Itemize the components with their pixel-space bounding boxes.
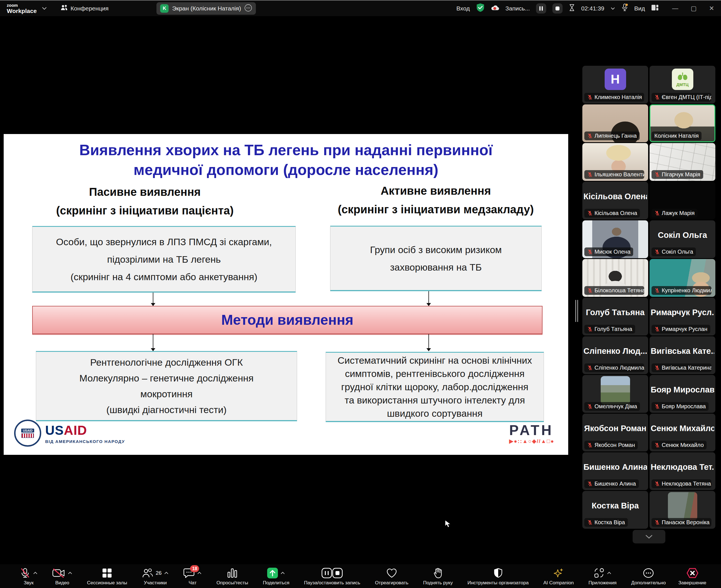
participant-name-label: Сокіл Ольга xyxy=(652,248,696,256)
toolbar-end-button[interactable]: Завершение xyxy=(678,567,706,585)
muted-mic-icon xyxy=(587,520,593,525)
participant-tile[interactable]: Мисюк Олена xyxy=(582,220,648,258)
participant-name-label: Бояр Мирослава xyxy=(652,402,708,411)
recording-label: Запись... xyxy=(505,5,530,12)
toolbar-video-button[interactable]: Видео xyxy=(52,567,72,585)
participant-tile[interactable]: Бояр МирославаБояр Мирослава xyxy=(649,375,715,413)
toolbar-react-button[interactable]: Отреагировать xyxy=(375,567,409,585)
login-button[interactable]: Вход xyxy=(456,5,470,12)
security-shield-icon[interactable] xyxy=(476,3,485,14)
participant-tile[interactable]: Лажук Марія xyxy=(649,182,715,219)
toolbar-breakout-button[interactable]: Сессионные залы xyxy=(87,567,127,585)
muted-mic-icon xyxy=(654,172,660,177)
toolbar-label: Приложения xyxy=(588,581,617,585)
chevron-down-icon[interactable] xyxy=(42,7,47,10)
chevron-up-icon[interactable] xyxy=(68,572,72,574)
participant-tile[interactable]: Римарчук Русл...Римарчук Руслан xyxy=(649,298,715,335)
muted-mic-icon xyxy=(587,94,593,100)
gallery-scroll-down-button[interactable] xyxy=(633,530,665,543)
muted-mic-icon xyxy=(654,327,660,332)
participant-tile[interactable]: Пігарчук Марія xyxy=(649,143,715,181)
chevron-up-icon[interactable] xyxy=(607,572,612,574)
participant-tile[interactable]: HКлименко Наталія xyxy=(582,66,648,104)
chevron-up-icon[interactable] xyxy=(33,572,38,574)
toolbar-more-button[interactable]: Дополнительно xyxy=(631,567,666,585)
toolbar-raise-button[interactable]: Поднять руку xyxy=(423,567,453,585)
toolbar-polls-button[interactable]: Опросы/тесты xyxy=(216,567,248,585)
chevron-up-icon[interactable] xyxy=(164,572,168,574)
participant-tile[interactable]: Сенюк МихайлоСенюк Михайло xyxy=(649,414,715,451)
participant-tile[interactable]: Колісник Наталія xyxy=(649,104,715,142)
methods-banner: Методи виявлення xyxy=(32,306,542,334)
muted-mic-icon xyxy=(587,327,593,332)
toolbar-audio-button[interactable]: Звук xyxy=(20,567,38,585)
view-button[interactable]: Вид xyxy=(634,5,645,12)
muted-mic-icon xyxy=(587,133,593,139)
participant-tile[interactable]: Панасюк Вероніка xyxy=(649,491,715,529)
shared-screen-slide: Виявлення хворих на ТБ легень при наданн… xyxy=(4,134,568,455)
participant-name-label: Костка Віра xyxy=(584,518,628,527)
participant-big-name: Римарчук Русл... xyxy=(651,308,714,317)
connector-line xyxy=(153,334,153,348)
chevron-up-icon[interactable] xyxy=(197,572,202,574)
toolbar-participants-button[interactable]: 26Участники xyxy=(142,567,168,585)
box-text-line: мокротиння xyxy=(140,386,193,402)
participant-avatar: H xyxy=(605,68,626,90)
cam-icon xyxy=(52,568,65,578)
participant-tile[interactable]: Ільяшенко Валентина xyxy=(582,143,648,181)
toolbar-chat-button[interactable]: 18Чат xyxy=(183,567,202,585)
participant-big-name: Сокіл Ольга xyxy=(651,231,714,240)
tab-conference[interactable]: Конференция xyxy=(60,4,109,13)
stop-recording-button[interactable] xyxy=(553,3,563,14)
chevron-up-icon[interactable] xyxy=(280,572,285,574)
minimize-button[interactable]: — xyxy=(672,5,678,12)
recordctl-icon xyxy=(321,568,343,579)
participant-tile[interactable]: Якобсон РоманЯкобсон Роман xyxy=(582,414,648,451)
participant-tile[interactable]: Голуб ТатьянаГолуб Татьяна xyxy=(582,298,648,335)
participant-name-label: Якобсон Роман xyxy=(584,441,638,449)
slide-title-line: Виявлення хворих на ТБ легень при наданн… xyxy=(4,140,568,160)
box-text-line: Особи, що звернулися в ЛПЗ ПМСД зі скарг… xyxy=(56,233,272,251)
toolbar-ai-button[interactable]: AI Companion xyxy=(543,567,574,585)
participant-tile[interactable]: Білоколоша Тетяна xyxy=(582,259,648,297)
participant-tile[interactable]: Сліпенко Люд...Сліпенко Людмила xyxy=(582,336,648,374)
participant-tile[interactable]: Костка ВіраКостка Віра xyxy=(582,491,648,529)
close-button[interactable]: ✕ xyxy=(709,5,714,12)
toolbar-host-tools-button[interactable]: Инструменты организатора xyxy=(467,567,529,585)
connector-line xyxy=(428,291,429,303)
participant-name-label: Римарчук Руслан xyxy=(652,325,710,334)
participant-tile[interactable]: Липянець Ганна xyxy=(582,104,648,142)
timer-chevron-icon[interactable] xyxy=(610,7,615,10)
participant-tile[interactable]: Неклюдова Тет...Неклюдова Тетяна xyxy=(649,452,715,490)
toolbar-record-button[interactable]: Пауза/остановить запись xyxy=(304,567,360,585)
participant-tile[interactable]: Сокіл ОльгаСокіл Ольга xyxy=(649,220,715,258)
heading-line: (скринінг з ініциативи пацієнта) xyxy=(19,201,271,220)
participant-tile[interactable]: ДМТЦЄвген ДМТЦ (ІТ-підтр... xyxy=(649,66,715,104)
participant-tile[interactable]: Кісільова ОленаКісільова Олена xyxy=(582,182,648,219)
toolbar-label: Опросы/тесты xyxy=(216,581,248,585)
tab-shared-screen[interactable]: K Экран (Колісник Наталія) xyxy=(157,2,256,15)
participant-big-name: Бишенко Алина xyxy=(583,462,647,472)
box-text-line: швидкого сортування xyxy=(387,407,482,420)
panel-resize-handle[interactable] xyxy=(575,300,578,322)
participants-panel: HКлименко НаталіяДМТЦЄвген ДМТЦ (ІТ-підт… xyxy=(582,66,715,529)
meeting-toolbar: ЗвукВидеоСессионные залы26Участники18Чат… xyxy=(0,564,721,588)
toolbar-apps-button[interactable]: Приложения xyxy=(588,567,617,585)
screen-share-initial-badge: K xyxy=(160,4,168,13)
toolbar-share-button[interactable]: Поделиться xyxy=(263,567,289,585)
pause-recording-button[interactable] xyxy=(536,3,546,14)
participant-tile[interactable]: Бишенко АлинаБишенко Алина xyxy=(582,452,648,490)
participant-tile[interactable]: Вигівська Кате...Вигівська Катерина xyxy=(649,336,715,374)
active-detection-box: Групи осіб з високим ризиком захворюванн… xyxy=(330,226,542,291)
participant-name-label: Голуб Татьяна xyxy=(584,325,635,334)
audio-settings-icon[interactable] xyxy=(621,3,628,13)
view-layout-icon[interactable] xyxy=(651,4,659,12)
tab-options-icon[interactable] xyxy=(244,4,252,13)
participant-tile[interactable]: Омелянчук Діма xyxy=(582,375,648,413)
participant-tile[interactable]: Купріненко Людмила xyxy=(649,259,715,297)
muted-mic-icon xyxy=(587,210,593,216)
recording-cloud-icon xyxy=(491,4,499,13)
maximize-button[interactable]: ▢ xyxy=(691,5,697,12)
slide-title: Виявлення хворих на ТБ легень при наданн… xyxy=(4,140,568,180)
connector-line xyxy=(428,334,429,348)
